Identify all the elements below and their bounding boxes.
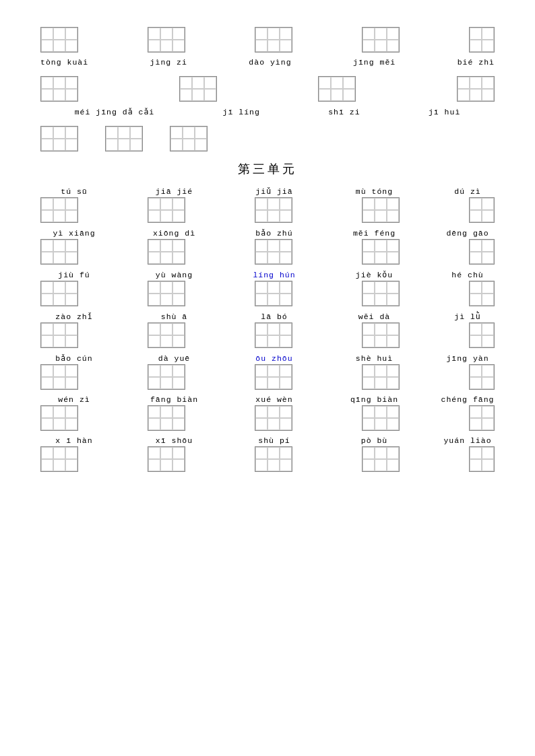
labels-row-1: tòng kuài jìng zi dào yìng jīng měi bié … [40,58,495,67]
cell-group [469,197,495,226]
label: wěi dà [341,312,408,321]
cell-group [148,281,185,309]
cell-group [255,364,292,392]
label: jīng měi [353,58,396,67]
label: x ī hàn [40,436,108,445]
writing-grid [255,364,292,390]
cell-group [469,281,495,309]
label: jiù fú [40,271,108,279]
writing-grid [255,322,292,348]
writing-grid [40,126,78,151]
writing-grid [469,27,495,53]
writing-grid [148,197,185,223]
writing-grid [40,197,78,223]
cell-group [40,126,78,154]
writing-grid [40,446,78,472]
grid-row-5-labels: yì xiāng xiōng dì bǎo zhú měi féng dēng … [40,228,495,238]
label: dà yuē [141,354,208,363]
label: chéng fāng [441,395,495,404]
label: jiǔ jiā [241,186,308,196]
writing-grid [362,364,400,390]
label: měi féng [341,229,408,238]
label: xiōng dì [141,229,208,238]
writing-grid [105,126,143,151]
cell-group [179,76,217,104]
grid-row-2 [40,76,495,104]
grid-boxes-row-9 [40,405,495,434]
writing-grid [362,281,400,306]
writing-grid [469,405,495,431]
label: dēng gāo [441,229,495,238]
writing-grid [362,239,400,265]
label: bǎo zhú [241,228,308,238]
writing-grid [362,197,400,223]
label: dào yìng [249,58,291,67]
writing-grid [179,76,217,102]
cell-group [362,364,400,392]
cell-group [362,281,400,309]
writing-grid [469,239,495,265]
cell-group [40,405,78,434]
label: fāng biàn [141,395,208,404]
label: shù ā [141,312,208,321]
label: yì xiāng [40,229,108,238]
cell-group [148,405,185,434]
cell-group [469,27,495,55]
label: jīng yàn [441,354,495,363]
grid-boxes-row-5 [40,239,495,267]
label: jì lǜ [441,312,495,321]
label: jī líng [223,108,260,116]
writing-grid [362,405,400,431]
writing-grid [457,76,495,102]
label: qīng biàn [341,395,408,404]
writing-grid [362,322,400,348]
cell-group [255,405,292,434]
label: lā bó [241,312,308,321]
label-blue: ōu zhōu [241,354,308,363]
writing-grid [148,27,185,53]
writing-grid [40,76,78,102]
label: bié zhì [458,58,495,67]
label: zào zhǐ [40,312,108,321]
cell-group [457,76,495,104]
grid-boxes-row-6 [40,281,495,309]
cell-group [362,322,400,351]
cell-group [255,446,292,475]
label: xué wèn [241,395,308,404]
writing-grid [469,197,495,223]
grid-boxes-row-7 [40,322,495,351]
writing-grid [148,364,185,390]
cell-group [362,239,400,267]
label: xī shōu [141,436,208,445]
label: jiā jié [141,187,208,196]
label: pò bù [341,436,408,445]
cell-group [255,281,292,309]
writing-grid [40,239,78,265]
writing-grid [40,27,78,53]
page-content: tòng kuài jìng zi dào yìng jīng měi bié … [40,27,495,475]
grid-row-4: tú sū jiā jié jiǔ jiā mù tóng dú zì [40,186,495,196]
cell-group [148,197,185,226]
cell-group [362,197,400,226]
cell-group [40,197,78,226]
writing-grid [148,281,185,306]
label: hé chù [441,271,495,279]
cell-group [362,446,400,475]
label: jī huì [429,108,460,116]
grid-row-7-labels: zào zhǐ shù ā lā bó wěi dà jì lǜ [40,312,495,321]
grid-boxes-row-8 [40,364,495,392]
label: dú zì [441,187,495,196]
cell-group [40,281,78,309]
writing-grid [255,239,292,265]
cell-group [469,239,495,267]
grid-row-6-labels: jiù fú yù wàng líng hún jiè kǒu hé chù [40,270,495,279]
writing-grid [255,281,292,306]
writing-grid [40,405,78,431]
label: jiè kǒu [341,270,408,279]
label: shī zi [328,108,360,116]
writing-grid [362,446,400,472]
cell-group [105,126,143,154]
writing-grid [318,76,356,102]
cell-group [148,27,185,55]
cell-group [469,405,495,434]
